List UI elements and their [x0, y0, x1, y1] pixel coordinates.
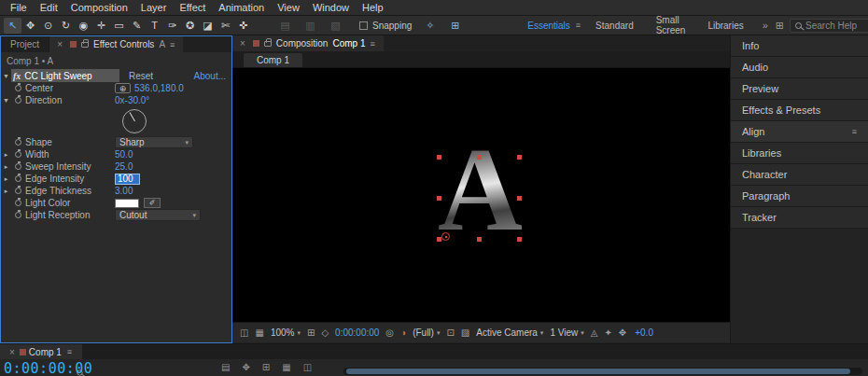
panel-align[interactable]: Align ≡	[731, 121, 868, 143]
close-icon[interactable]: ×	[55, 39, 64, 49]
viewer-tab-comp1[interactable]: Comp 1	[244, 53, 302, 67]
roi-icon[interactable]: ⊡	[446, 327, 454, 338]
timeline-scrollbar-thumb[interactable]	[346, 369, 850, 374]
stopwatch-icon[interactable]	[11, 97, 25, 104]
close-icon[interactable]: ×	[238, 38, 247, 49]
sweep-twirl-icon[interactable]: ▸	[1, 163, 11, 171]
menu-composition[interactable]: Composition	[64, 2, 134, 13]
search-help-box[interactable]	[790, 19, 868, 33]
close-icon[interactable]: ×	[7, 347, 17, 357]
type-tool-icon[interactable]: T	[146, 18, 163, 34]
roto-brush-tool-icon[interactable]: ✄	[217, 18, 234, 34]
menu-view[interactable]: View	[271, 2, 306, 13]
snapshot-icon[interactable]: ◎	[385, 327, 394, 338]
timeline-icon-3[interactable]: ⊞	[262, 362, 270, 372]
width-twirl-icon[interactable]: ▸	[1, 151, 11, 159]
menu-file[interactable]: File	[4, 2, 34, 13]
selection-handle[interactable]	[517, 155, 522, 160]
stopwatch-icon[interactable]	[11, 139, 25, 146]
menu-layer[interactable]: Layer	[134, 2, 174, 13]
eyedropper-icon[interactable]: ✐	[144, 198, 161, 208]
eraser-tool-icon[interactable]: ◪	[199, 18, 217, 34]
shape-dropdown[interactable]: Sharp ▾	[115, 136, 193, 148]
menu-window[interactable]: Window	[306, 2, 356, 13]
selection-handle[interactable]	[517, 237, 522, 242]
effect-reset-button[interactable]: Reset	[129, 71, 153, 81]
timeline-search-icon[interactable]	[77, 369, 82, 375]
mask-visibility-icon[interactable]: ◇	[321, 327, 329, 338]
workspace-essentials[interactable]: Essentials	[516, 21, 581, 31]
direction-twirl-icon[interactable]: ▼	[1, 97, 11, 104]
exposure-value[interactable]: +0.0	[635, 327, 653, 338]
selection-handle[interactable]	[437, 196, 441, 201]
prop-direction-value[interactable]: 0x-30.0°	[115, 95, 149, 105]
camera-view-select[interactable]: Active Camera ▾	[476, 327, 543, 338]
panel-menu-icon[interactable]: ≡	[852, 127, 857, 136]
edge-intensity-edit-field[interactable]: 100	[115, 174, 140, 185]
selection-handle[interactable]	[437, 155, 441, 160]
edge-intensity-twirl-icon[interactable]: ▸	[1, 175, 11, 183]
tab-composition[interactable]: × Composition Comp 1 ≡	[232, 35, 384, 51]
prop-center-value[interactable]: 536.0,180.0	[134, 83, 184, 93]
panel-menu-icon[interactable]: ≡	[367, 39, 377, 49]
direction-dial[interactable]	[122, 109, 147, 133]
puppet-pin-tool-icon[interactable]: ✜	[234, 18, 252, 34]
stopwatch-icon[interactable]	[11, 151, 25, 158]
current-time-display[interactable]: 0:00:00:00	[335, 327, 379, 338]
effect-twirl-icon[interactable]: ▼	[1, 73, 11, 79]
pan-behind-tool-icon[interactable]: ✛	[92, 18, 110, 34]
timeline-icon-4[interactable]: ▦	[282, 362, 290, 372]
timeline-icon-5[interactable]: ◫	[303, 362, 312, 372]
stopwatch-icon[interactable]	[11, 175, 25, 182]
center-point-button[interactable]: ⊕	[115, 83, 131, 93]
prop-width-value[interactable]: 50.0	[115, 149, 133, 160]
stopwatch-icon[interactable]	[11, 188, 25, 194]
menu-animation[interactable]: Animation	[212, 2, 271, 13]
lock-icon[interactable]	[264, 41, 272, 47]
preview-monitor-icon[interactable]: ◫	[240, 327, 248, 338]
timeline-icon-2[interactable]: ✥	[242, 362, 249, 372]
stopwatch-icon[interactable]	[11, 85, 25, 91]
rotation-tool-icon[interactable]: ↻	[57, 18, 75, 34]
edge-thickness-twirl-icon[interactable]: ▸	[1, 188, 11, 195]
fast-previews-icon[interactable]: ✦	[604, 327, 611, 338]
panel-preview[interactable]: Preview	[731, 78, 868, 100]
camera-tool-icon[interactable]: ◉	[75, 18, 92, 34]
stopwatch-icon[interactable]	[11, 200, 25, 206]
pixel-aspect-icon[interactable]: ◬	[591, 327, 598, 338]
magnification-select[interactable]: 100% ▾	[271, 327, 301, 338]
workspace-panel-icon[interactable]: ⊞	[776, 20, 784, 32]
lock-icon[interactable]	[81, 42, 89, 48]
workspace-libraries[interactable]: Libraries	[696, 21, 754, 31]
layer-text-a[interactable]: A	[438, 132, 523, 249]
selection-tool-icon[interactable]: ↖	[4, 18, 21, 34]
light-reception-dropdown[interactable]: Cutout ▾	[115, 209, 201, 221]
brush-tool-icon[interactable]: ✑	[163, 18, 181, 34]
show-channel-icon[interactable]: ◑	[400, 327, 406, 338]
selection-handle[interactable]	[477, 155, 482, 160]
workspace-overflow-icon[interactable]: »	[755, 20, 776, 31]
panel-character[interactable]: Character	[731, 164, 868, 186]
effect-about-button[interactable]: About...	[194, 71, 226, 81]
transparency-grid-icon[interactable]: ▨	[461, 327, 469, 338]
viewer-layout-icon[interactable]: ▦	[255, 327, 263, 338]
panel-effects-presets[interactable]: Effects & Presets	[731, 100, 868, 121]
shape-tool-icon[interactable]: ▭	[110, 18, 128, 34]
grid-guides-icon[interactable]: ⊞	[307, 327, 315, 338]
timeline-icon-1[interactable]: ▤	[221, 362, 230, 372]
panel-menu-icon[interactable]: ≡	[64, 347, 75, 356]
prop-sweep-intensity-value[interactable]: 25.0	[115, 161, 133, 172]
snapping-checkbox[interactable]	[359, 21, 368, 30]
stopwatch-icon[interactable]	[11, 212, 25, 218]
menu-help[interactable]: Help	[356, 2, 390, 13]
panel-paragraph[interactable]: Paragraph	[731, 186, 868, 207]
light-color-swatch[interactable]	[115, 199, 139, 208]
panel-audio[interactable]: Audio	[731, 57, 868, 78]
flowchart-icon[interactable]: ✥	[619, 327, 626, 338]
panel-info[interactable]: Info	[731, 35, 868, 57]
timeline-tab-comp1[interactable]: × Comp 1 ≡	[0, 344, 82, 359]
anchor-point-marker[interactable]	[441, 232, 450, 241]
resolution-select[interactable]: (Full) ▾	[413, 327, 440, 338]
view-layout-select[interactable]: 1 View ▾	[550, 327, 583, 338]
pen-tool-icon[interactable]: ✎	[128, 18, 146, 34]
